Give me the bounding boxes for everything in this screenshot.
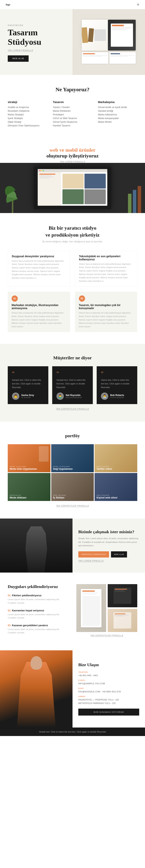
cta-right: Bizimle çalışmak ister misiniz? Simple T…	[72, 519, 145, 572]
what-col-design: Tasarım Yaratıcı Yönetim Marka Rehberler…	[53, 100, 92, 128]
list-item[interactable]: Marka kampanyaları	[98, 117, 137, 120]
list-item[interactable]: UX/UI ve Web Tasarımı	[53, 117, 92, 120]
avatar-2: 👨‍🦱	[56, 393, 64, 400]
list-item[interactable]: Marka Rehberleri	[53, 110, 92, 112]
hero-label: HAKKIMIZDA	[8, 24, 67, 26]
feelings-section: Duyguları şekillendiriyoruz 01. Fikirler…	[0, 572, 145, 650]
avatar-3: 👨‍💼	[101, 393, 108, 400]
portfolio-label-2: MOBİL UYGULAMA	[53, 466, 92, 467]
portfolio-label-4: MAĞAZALAR	[10, 494, 49, 496]
creative-card-3-text: Dolore faca ut placerat vel nulla pellen…	[11, 311, 66, 328]
laptop-mockup	[34, 167, 111, 209]
card-number-1: 01	[11, 296, 18, 302]
list-item[interactable]: Yaratıcı Yönetim	[53, 106, 92, 108]
list-item[interactable]: Hareket kimliği	[98, 110, 137, 112]
portfolio-item-6[interactable]: WEB TASARIM Kişisel web sitesi	[94, 473, 137, 501]
author-3-name: Bob Roberts	[110, 394, 124, 397]
portfolio-name-5: İç Stüdyo	[53, 496, 92, 499]
list-item[interactable]: Hareket Tasarımı	[53, 124, 92, 127]
contact-submit-btn[interactable]: BIZE DANIŞMAK İSTİYORUM	[78, 709, 139, 716]
list-item[interactable]: Görsel kimlik ve İçerik kimlik	[98, 106, 137, 108]
testimonial-2-text: Sample text. Click to select the text bo…	[56, 378, 89, 389]
contact-right: Bize Ulaşın TELEFON +90 850 2460 - 4461 …	[72, 650, 145, 727]
list-item[interactable]: Ekosistem Geliştirme	[8, 110, 47, 112]
feelings-item-2: 02. Kavramları hayat veriyoruz Lorem ips…	[8, 609, 69, 620]
creative-header: Biz bir yaratıcı stüdyo ve prodüksiyon ş…	[8, 225, 137, 243]
testimonial-1-author: 👨 Sasha Grey İŞ SAHİBİ	[12, 393, 44, 400]
portfolio-grid: MOBİL UYGULAMA Mutlu Gün Uygulaması MOBİ…	[8, 444, 137, 501]
portfolio-item-5[interactable]: WEB TASARIM İç Stüdyo	[51, 473, 94, 501]
quote-icon-2: "	[56, 371, 89, 377]
portfolio-item-2[interactable]: MOBİL UYGULAMA Dağ Uygulaması	[51, 444, 94, 472]
what-col-branding-heading: Markalaşma	[98, 100, 137, 104]
feelings-imgs-col2	[108, 584, 138, 632]
portfolio-item-3[interactable]: WEB TASARIM Tarifler sitesi	[94, 444, 137, 472]
creative-card-2: Teknolojideki en son gelişmeleri kullanı…	[75, 251, 138, 287]
what-col-design-list: Yaratıcı Yönetim Marka Rehberleri Protot…	[53, 106, 92, 127]
avatar-1: 👨	[12, 393, 19, 400]
nav-logo[interactable]: logo	[6, 3, 10, 6]
testimonial-3-author: 👨‍💼 Bob Roberts SATIŞ MÜDİRİ	[101, 393, 133, 400]
quote-icon-3: "	[101, 371, 133, 377]
cta-portfolio-btn[interactable]: PORTFÖYÜ GÖRÜNTÜLE	[78, 551, 109, 558]
hero-btn[interactable]: WEB ALIM	[8, 55, 29, 62]
portfolio-label-5: WEB TASARIM	[53, 494, 92, 496]
contact-email-label: E-MAİL	[78, 679, 139, 681]
testimonial-3: " Ulpore itea. Click to select the text …	[97, 366, 137, 404]
testimonials-link[interactable]: Tan görüntüler fringilla	[8, 408, 137, 410]
testimonial-1-text: Sample text. Click to select the text bo…	[12, 378, 44, 389]
list-item[interactable]: Analitik ve Araştırma	[8, 106, 47, 108]
list-item[interactable]: Marka filmleri	[98, 121, 137, 123]
creative-card-4: 02 Tasarım, bir monologdan çok bir konuş…	[75, 291, 138, 332]
creative-card-2-title: Teknolojideki en son gelişmeleri kullanı…	[79, 255, 134, 261]
list-item[interactable]: Dijital Strateji	[8, 121, 47, 123]
contact-address-label: ADRES	[78, 695, 139, 698]
portfolio-name-1: Mutlu Gün Uygulaması	[10, 467, 49, 470]
hero-right	[72, 9, 145, 75]
list-item[interactable]: İçerik Stratejisi	[8, 117, 47, 120]
portfolio-item-1[interactable]: MOBİL UYGULAMA Mutlu Gün Uygulaması	[8, 444, 51, 472]
cta-hire-btn[interactable]: WEB ALIM	[111, 551, 127, 558]
what-col-strategy: strateji Analitik ve Araştırma Ekosistem…	[8, 100, 47, 128]
portfolio-label-1: MOBİL UYGULAMA	[10, 466, 49, 467]
hero-link[interactable]: Tan lorem fringilla	[8, 50, 67, 52]
list-item[interactable]: Prototipleri	[53, 113, 92, 116]
portfolio-name-3: Tarifler sitesi	[96, 467, 135, 470]
feelings-img-tall	[76, 584, 106, 632]
list-item[interactable]: Marka Adlandırma	[98, 113, 137, 116]
feelings-item-3: 03. Kazanan gerçeklikleri yaratırız Lore…	[8, 624, 69, 634]
list-item[interactable]: Dönüşüm Oran Optimizasyonu	[8, 124, 47, 127]
creative-card-1-text: Dolore faca ut placerat vel nulla pellen…	[12, 259, 66, 280]
feelings-title: Duyguları şekillendiriyoruz	[8, 584, 69, 589]
cta-link[interactable]: Tan lorem fringilla	[78, 560, 139, 562]
testimonial-2-author: 👨‍🦱 Nat Reynolds BAŞ MÜHENDİSİ	[56, 393, 89, 400]
footer: Simple text. Click to select the text bo…	[0, 727, 145, 736]
what-col-branding-list: Görsel kimlik ve İçerik kimlik Hareket k…	[98, 106, 137, 123]
hero-title: Tasarım Stüdyosu	[8, 28, 67, 47]
orange-link[interactable]: Tan lorem fringilla	[8, 161, 137, 163]
cta-buttons: PORTFÖYÜ GÖRÜNTÜLE WEB ALIM	[78, 551, 139, 558]
feelings-link[interactable]: Tan görüntüler Fringilla	[76, 634, 137, 637]
contact-left	[0, 650, 72, 727]
creative-section: Biz bir yaratıcı stüdyo ve prodüksiyon ş…	[0, 213, 145, 344]
portfolio-link[interactable]: Tan görüntüler Fringilla	[8, 505, 137, 507]
creative-card-1: Duygusal deneyimler yaratıyoruz Dolore f…	[8, 251, 70, 287]
testimonial-1: " Sample text. Click to select the text …	[8, 366, 48, 404]
portfolio-label-6: WEB TASARIM	[96, 494, 135, 496]
orange-line1: web ve mobil ürünler	[8, 147, 137, 153]
list-item[interactable]: Görsel İçerik Oluşturma	[53, 121, 92, 123]
creative-card-3: 01 Markadan stratejiye, illustrasyondan …	[8, 291, 70, 332]
portfolio-item-4[interactable]: MAĞAZALAR Moda dükkanı	[8, 473, 51, 501]
what-title: Ne Yapıyoruz?	[8, 87, 137, 93]
nav-hamburger[interactable]: ≡	[137, 2, 139, 7]
contact-address: ADRES PAQNOFFICE — PENPROSE YOLU - 220 M…	[78, 695, 139, 705]
author-2-name: Nat Reynolds	[66, 394, 82, 397]
what-grid: strateji Analitik ve Araştırma Ekosistem…	[8, 100, 137, 128]
contact-address-value: PAQNOFFICE — PENPROSE YOLU - 220 METROPO…	[78, 699, 119, 704]
list-item[interactable]: Marka Stratejisi	[8, 113, 47, 116]
what-col-strategy-list: Analitik ve Araştırma Ekosistem Geliştir…	[8, 106, 47, 127]
feelings-right: Tan görüntüler Fringilla	[76, 584, 137, 639]
feelings-img-top	[108, 584, 138, 607]
testimonials-section: Müşteriler ne diyor " Sample text. Click…	[0, 344, 145, 422]
testimonial-2: " Sample text. Click to select the text …	[52, 366, 93, 404]
